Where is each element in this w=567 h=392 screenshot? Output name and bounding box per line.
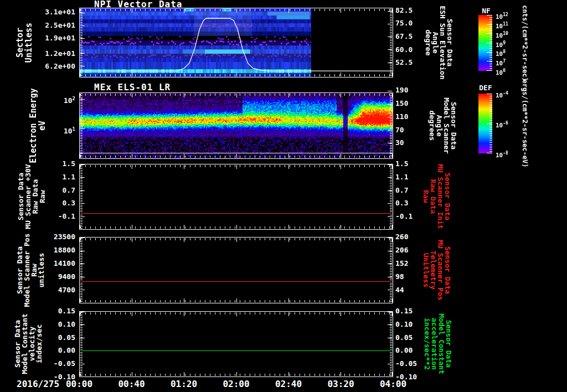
major-tick — [392, 165, 393, 169]
major-tick — [80, 164, 85, 165]
panel-2-left-axis-label: Electron EnergyeV — [29, 88, 47, 163]
major-tick — [388, 290, 392, 290]
major-tick — [236, 298, 237, 302]
major-tick — [341, 165, 341, 169]
axis-label-line: Sensor Data — [450, 97, 457, 154]
colorbar-major-tick — [487, 15, 492, 16]
minor-ticks — [390, 312, 392, 376]
axis-tick-label: 0.7 — [63, 187, 75, 194]
major-tick — [341, 238, 341, 242]
major-tick — [184, 165, 184, 169]
major-tick — [80, 312, 85, 312]
major-tick — [341, 73, 341, 76]
time-tick-label: 00:00 — [66, 379, 92, 389]
major-tick — [236, 73, 237, 76]
major-tick — [288, 298, 289, 302]
axis-tick-label: 260 — [395, 233, 408, 241]
axis-tick-label: 67.5 — [395, 33, 413, 40]
axis-tick-label: 14100 — [54, 260, 75, 267]
major-tick — [388, 238, 392, 238]
axis-tick-label: -0.05 — [395, 360, 417, 368]
axis-tick-label: 0.00 — [395, 347, 413, 354]
axis-tick-label: 102 — [64, 95, 75, 102]
telemetry-figure: NPI Vector Data 3.1e+012.5e+011.9e+011.2… — [0, 0, 567, 392]
nf-colorbar — [478, 15, 492, 71]
major-tick — [388, 49, 392, 50]
axis-label-line: MU Scanner Init — [437, 164, 444, 229]
colorbar-tick-label: 1011 — [496, 21, 508, 28]
colorbar-major-tick — [487, 153, 492, 153]
panel-4-right-axis-label: Sensor DataMU Scanner PosTelemetryUnitle… — [422, 240, 451, 301]
major-tick — [80, 372, 80, 376]
panel-5-plot-model-constant-velocity — [79, 311, 393, 377]
major-tick — [392, 9, 393, 13]
colorbar-major-tick — [487, 52, 492, 53]
major-tick — [80, 190, 85, 191]
major-tick — [236, 372, 237, 376]
time-tick-label: 02:40 — [275, 379, 302, 389]
axis-label-line: unitless — [38, 233, 45, 307]
axis-tick-label: 0.3 — [395, 199, 408, 207]
minor-ticks — [80, 238, 83, 302]
minor-ticks — [80, 312, 83, 376]
colorbar-tick-label: 10-6 — [496, 120, 508, 127]
major-tick — [388, 312, 392, 312]
axis-tick-label: 3.1e+01 — [45, 8, 75, 16]
colorbar-major-tick — [487, 43, 492, 43]
major-tick — [388, 338, 392, 338]
axis-label-line: Raw — [422, 164, 430, 229]
nf-colorbar-title: NF — [478, 7, 494, 15]
major-tick — [184, 73, 184, 76]
axis-tick-label: 1.2e+01 — [45, 50, 75, 58]
major-tick — [388, 24, 392, 24]
major-tick — [388, 11, 392, 12]
axis-tick-label: 75.0 — [395, 19, 413, 27]
major-tick — [80, 165, 80, 169]
panel-5-left-axis-label: Sensor DataModel Constantvelocityindex/s… — [14, 313, 43, 374]
major-tick — [132, 225, 132, 229]
axis-tick-label: 23500 — [54, 233, 75, 241]
major-tick — [288, 94, 289, 97]
panel-4-plot-model-scanner-pos — [79, 237, 393, 303]
colorbar-tick-label: 107 — [496, 58, 506, 65]
axis-tick-label: 0.15 — [58, 307, 75, 315]
major-tick — [388, 364, 392, 364]
mu-scanner-30v-raw-line — [80, 213, 392, 214]
major-tick — [132, 312, 132, 316]
major-tick — [392, 298, 393, 302]
axis-tick-label: 4700 — [58, 286, 75, 294]
axis-label-line: ergs/(cm**2-sr-sec-eV) — [521, 80, 528, 168]
axis-label-line: Unitless — [24, 23, 33, 63]
colorbar-major-tick — [487, 123, 492, 124]
major-tick — [392, 73, 393, 76]
axis-tick-label: 60.0 — [395, 46, 413, 54]
time-tick-label: 02:00 — [223, 379, 249, 389]
major-tick — [80, 73, 80, 76]
axis-label-line: Sensor Data — [446, 6, 453, 79]
colorbar-tick-label: 108 — [496, 49, 506, 55]
major-tick — [184, 298, 184, 302]
major-tick — [80, 225, 80, 229]
major-tick — [184, 94, 184, 97]
major-tick — [80, 290, 85, 290]
major-tick — [392, 225, 393, 229]
major-tick — [388, 117, 392, 117]
colorbar-tick-label: 1012 — [496, 12, 508, 18]
major-tick — [288, 73, 289, 76]
major-tick — [80, 99, 85, 100]
major-tick — [388, 143, 392, 143]
major-tick — [132, 94, 132, 97]
axis-tick-label: 1.1 — [395, 173, 408, 181]
major-tick — [388, 130, 392, 131]
axis-tick-label: 0.15 — [395, 307, 413, 315]
major-tick — [236, 154, 237, 158]
axis-tick-label: 150 — [395, 100, 408, 107]
axis-tick-label: 0.3 — [63, 199, 75, 207]
panel-3-left-axis-label: Sensor DataMU Scanner +30VRaw DataRaw — [17, 164, 46, 229]
major-tick — [80, 66, 85, 66]
colorbar-tick-label: 10-8 — [496, 150, 508, 157]
axis-tick-label: 2.5e+01 — [45, 22, 75, 29]
major-tick — [132, 9, 132, 13]
panel-3-right-axis-label: Sensor DataMU Scanner InitRaw DataRaw — [422, 164, 451, 229]
axis-tick-label: 0.10 — [58, 321, 75, 328]
